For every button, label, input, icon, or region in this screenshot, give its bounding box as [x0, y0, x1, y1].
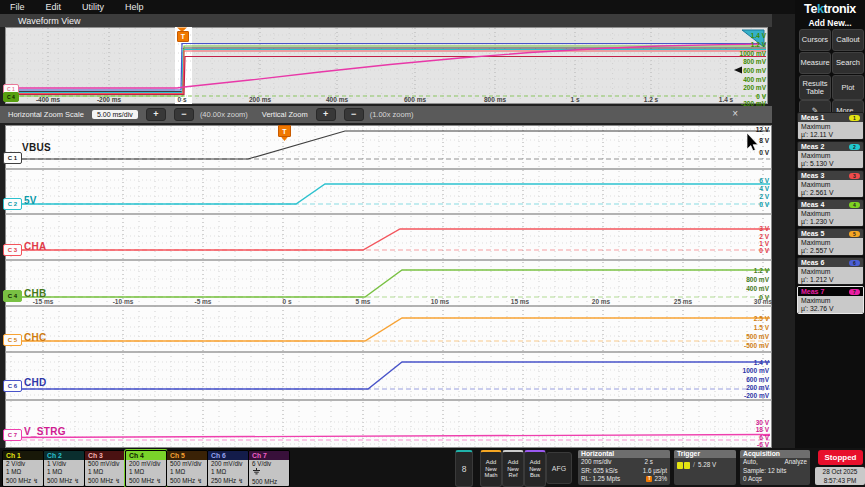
- meas-badge-4[interactable]: Meas 44Maximumµ': 1.230 V: [797, 199, 864, 227]
- vzoom-minus-button[interactable]: −: [344, 108, 364, 121]
- vzoom-plus-button[interactable]: +: [316, 108, 336, 121]
- hzoom-minus-button[interactable]: −: [174, 108, 194, 121]
- search-button[interactable]: Search: [832, 52, 864, 74]
- meas-value: µ': 1.212 V: [801, 276, 863, 284]
- overview-time-label: -400 ms: [36, 96, 60, 103]
- channel-settings-badge-1[interactable]: Ch 12 V/div1 MΩ500 MHz↯: [2, 450, 44, 487]
- menu-item-help[interactable]: Help: [125, 2, 144, 12]
- main-graticule[interactable]: [5, 125, 772, 448]
- menu-item-edit[interactable]: Edit: [46, 2, 62, 12]
- meas-badge-2[interactable]: Meas 22Maximumµ': 5.130 V: [797, 141, 864, 169]
- add-new-label[interactable]: Add New...: [795, 18, 865, 28]
- add-new-bus-button[interactable]: Add New Bus: [524, 450, 546, 487]
- channel-8-pill[interactable]: 8: [455, 450, 473, 487]
- channel-impedance: 1 MΩ: [170, 468, 207, 476]
- channel-badge-header: Ch 1: [3, 451, 43, 460]
- channel-settings-badge-7[interactable]: Ch 76 V/div500 MHz: [248, 450, 290, 487]
- horizontal-zoom-scale-value[interactable]: 5.00 ms/div: [92, 110, 138, 119]
- channel-settings-badge-3[interactable]: Ch 3500 mV/div1 MΩ500 MHz↯: [84, 450, 126, 487]
- meas-source-pill: 5: [849, 231, 860, 237]
- tektronix-logo: Tektronix: [795, 2, 865, 16]
- overview-scale-label: 1000 mV: [716, 50, 766, 57]
- meas-header: Meas 66: [798, 258, 863, 267]
- meas-badge-7[interactable]: Meas 77Maximumµ': 32.76 V: [797, 286, 864, 314]
- channel-name-vbus: VBUS: [22, 142, 51, 153]
- channel-badge-chc[interactable]: C 5: [3, 334, 22, 346]
- overview-trigger-marker[interactable]: T: [177, 31, 189, 42]
- channel-badge-cha[interactable]: C 3: [3, 244, 22, 256]
- sample-rate: SR: 625 kS/s: [581, 467, 618, 476]
- bandwidth-filter-icon: ↯: [33, 478, 38, 484]
- close-zoom-bar-icon[interactable]: ×: [732, 108, 738, 119]
- right-sidebar: Tektronix Add New... CursorsCalloutMeasu…: [795, 0, 865, 448]
- scale-label: 2 V: [719, 193, 769, 200]
- channel-badge-5v[interactable]: C 2: [3, 198, 22, 210]
- meas-badge-6[interactable]: Meas 66Maximumµ': 1.212 V: [797, 257, 864, 285]
- main-time-label: 0 s: [282, 298, 291, 305]
- acquisition-panel[interactable]: Acquisition Auto,Analyze Sample: 12 bits…: [740, 450, 810, 485]
- scale-label: 6 V: [719, 177, 769, 184]
- bandwidth-filter-icon: ↯: [197, 478, 202, 484]
- cursors-button[interactable]: Cursors: [799, 29, 831, 51]
- meas-header: Meas 77: [798, 287, 863, 296]
- meas-body: Maximumµ': 1.212 V: [798, 267, 863, 285]
- channel-settings-badge-2[interactable]: Ch 21 V/div1 MΩ500 MHz↯: [43, 450, 85, 487]
- channel-settings-badge-4[interactable]: Ch 4200 mV/div1 MΩ500 MHz↯: [125, 450, 167, 487]
- scale-label: 1.5 V: [719, 324, 769, 331]
- channel-scale: 200 mV/div: [211, 460, 248, 468]
- channel-badge-chb[interactable]: C 4: [3, 290, 22, 302]
- menu-item-file[interactable]: File: [10, 2, 25, 12]
- measure-button[interactable]: Measure: [799, 52, 831, 74]
- channel-badge-header: Ch 6: [208, 451, 248, 460]
- channel-impedance: 1 MΩ: [211, 468, 248, 476]
- sample-interval: 1.6 µs/pt: [643, 467, 667, 476]
- channel-impedance: 1 MΩ: [129, 468, 166, 476]
- datetime-display[interactable]: 28 Oct 2025 8:57:43 PM: [815, 467, 865, 485]
- scale-label: -200 mV: [719, 392, 769, 399]
- meas-badge-5[interactable]: Meas 55Maximumµ': 2.557 V: [797, 228, 864, 256]
- run-stop-status-button[interactable]: Stopped: [818, 450, 863, 465]
- scale-label: -6 V: [719, 441, 769, 448]
- channel-settings-badge-5[interactable]: Ch 5500 mV/div1 MΩ500 MHz↯: [166, 450, 208, 487]
- channel-settings-badge-6[interactable]: Ch 6200 mV/div1 MΩ250 MHz↯: [207, 450, 249, 487]
- overview-scale-label: 600 mV: [716, 67, 766, 74]
- main-time-label: 20 ms: [592, 298, 610, 305]
- hzoom-plus-button[interactable]: +: [146, 108, 166, 121]
- overview-scale-label: 400 mV: [716, 76, 766, 83]
- afg-button[interactable]: AFG: [546, 452, 572, 484]
- meas-function: Maximum: [801, 239, 863, 247]
- bandwidth-filter-icon: ↯: [238, 478, 243, 484]
- acquisition-panel-title: Acquisition: [740, 450, 810, 458]
- waveform-view-titlebar: Waveform View: [0, 14, 772, 27]
- trigger-panel[interactable]: Trigger / 5.28 V: [674, 450, 736, 485]
- horizontal-panel[interactable]: Horizontal 200 ms/div2 s SR: 625 kS/s1.6…: [578, 450, 670, 485]
- main-time-label: -5 ms: [195, 298, 212, 305]
- scale-label: 8 V: [719, 137, 769, 144]
- add-new-math-button[interactable]: Add New Math: [480, 450, 502, 487]
- overview-graticule[interactable]: [5, 27, 768, 104]
- zoom-scale-bar: Horizontal Zoom Scale 5.00 ms/div + − (4…: [0, 106, 772, 123]
- main-time-label: 5 ms: [356, 298, 371, 305]
- overview-time-label: 600 ms: [404, 96, 426, 103]
- callout-button[interactable]: Callout: [832, 29, 864, 51]
- meas-badge-3[interactable]: Meas 33Maximumµ': 2.561 V: [797, 170, 864, 198]
- results-table-button[interactable]: Results Table: [799, 75, 831, 100]
- channel-badge-v_strg[interactable]: C 7: [3, 429, 22, 441]
- main-trigger-marker[interactable]: T: [278, 125, 291, 137]
- plot-button[interactable]: Plot: [832, 75, 864, 100]
- meas-value: µ': 2.561 V: [801, 189, 863, 197]
- menu-item-utility[interactable]: Utility: [82, 2, 104, 12]
- overview-time-label: 1 s: [570, 96, 579, 103]
- meas-function: Maximum: [801, 123, 863, 131]
- add-new-ref-button[interactable]: Add New Ref: [502, 450, 524, 487]
- scale-label: 400 mV: [719, 285, 769, 292]
- overview-channel-badge[interactable]: C 4: [3, 92, 19, 102]
- scale-label: 30 V: [719, 419, 769, 426]
- channel-badge-header: Ch 2: [44, 451, 84, 460]
- channel-badge-vbus[interactable]: C 1: [3, 152, 22, 164]
- channel-badge-chd[interactable]: C 6: [3, 380, 22, 392]
- main-time-label: 30 ms: [754, 298, 772, 305]
- meas-function: Maximum: [801, 297, 863, 305]
- meas-badge-1[interactable]: Meas 11Maximumµ': 12.11 V: [797, 112, 864, 140]
- channel-bandwidth: 500 MHz↯: [6, 477, 43, 485]
